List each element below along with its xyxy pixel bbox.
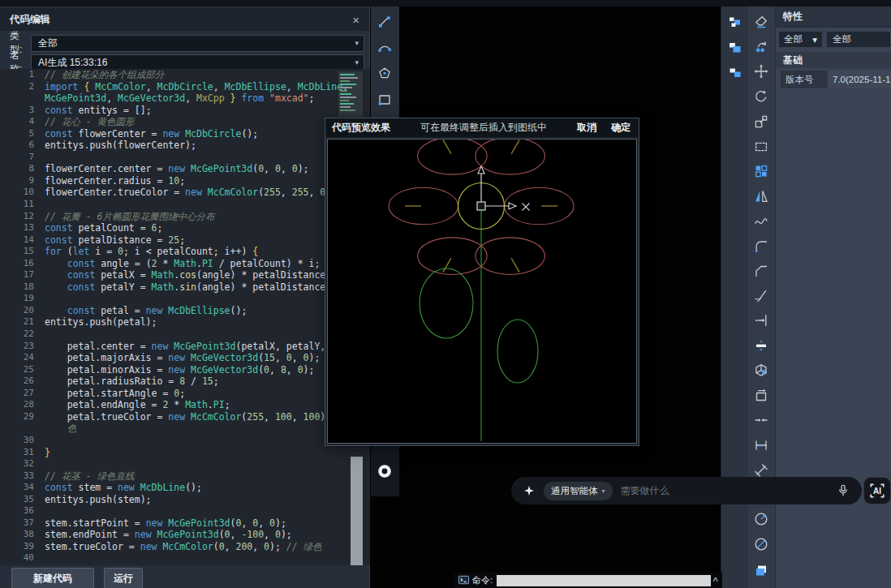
chevron-down-icon: ▾	[355, 58, 359, 67]
cancel-button[interactable]: 取消	[577, 121, 596, 135]
properties-filter-dropdown[interactable]: 全部 ▾	[778, 31, 823, 48]
code-line: 8flowerCenter.center = new McGePoint3d(0…	[0, 163, 370, 175]
stretch-icon[interactable]	[753, 135, 769, 159]
scale-icon[interactable]	[753, 109, 769, 134]
ai-badge-button[interactable]: AI	[863, 477, 891, 504]
line-number: 19	[0, 293, 45, 305]
code-line: 22	[0, 328, 370, 341]
line-number: 40	[0, 552, 45, 564]
properties-filter-field[interactable]: 全部	[826, 31, 891, 48]
eraser-icon[interactable]	[753, 10, 769, 34]
line-number: 27	[0, 388, 45, 400]
line-number: 6	[0, 139, 45, 152]
draw-toolbar	[371, 6, 399, 118]
code-line: 2import { McCmColor, McDbCircle, McDbEll…	[0, 81, 370, 93]
microphone-icon[interactable]	[836, 483, 850, 498]
offset-icon[interactable]	[753, 333, 769, 358]
code-line: 25 petal.minorAxis = new McGeVector3d(0,…	[0, 364, 370, 376]
code-line: 12// 花瓣 - 6片椭圆形花瓣围绕中心分布	[0, 211, 370, 223]
command-label: 命令:	[472, 574, 493, 586]
copy-icon[interactable]	[753, 35, 769, 59]
diameter-dimension-icon[interactable]	[753, 532, 769, 556]
polygon-icon[interactable]	[377, 62, 393, 86]
code-line: 5const flowerCenter = new McDbCircle();	[0, 128, 370, 140]
radius-dimension-icon[interactable]	[753, 507, 769, 531]
chamfer-icon[interactable]	[753, 259, 769, 283]
properties-header: 特性	[776, 6, 891, 28]
preview-canvas[interactable]	[327, 139, 637, 444]
line-number: 13	[0, 222, 45, 234]
fillet-icon[interactable]	[753, 234, 769, 258]
paste-blocks-icon[interactable]	[727, 36, 743, 60]
line-number: 5	[0, 128, 45, 140]
code-line: 20 const petal = new McDbEllipse();	[0, 305, 370, 317]
ok-button[interactable]: 确定	[611, 121, 631, 135]
extend-icon[interactable]	[753, 308, 769, 333]
lengthen-icon[interactable]	[753, 433, 769, 457]
dialog-titlebar[interactable]: 代码预览效果 可在最终调整后插入到图纸中 取消 确定	[325, 118, 639, 137]
close-icon[interactable]: ×	[352, 13, 359, 27]
arc-icon[interactable]	[377, 36, 393, 60]
ai-input-placeholder[interactable]: 需要做什么	[621, 484, 669, 498]
line-number: 3	[0, 105, 45, 117]
code-lines[interactable]: 1// 创建花朵的各个组成部分2import { McCmColor, McDb…	[0, 69, 370, 565]
rectangle-icon[interactable]	[377, 88, 393, 112]
code-line: 9flowerCenter.radius = 10;	[0, 175, 370, 187]
rotate-icon[interactable]	[753, 84, 769, 109]
line-number: 36	[0, 505, 45, 517]
ai-badge-icon: AI	[868, 482, 886, 500]
line-number: 17	[0, 269, 45, 281]
dialog-hint: 可在最终调整后插入到图纸中	[390, 121, 577, 135]
array-icon[interactable]	[753, 159, 769, 183]
code-line: 23 petal.center = new McGePoint3d(petalX…	[0, 341, 370, 353]
properties-section-basic[interactable]: 基础	[776, 52, 891, 68]
agent-selector-chip[interactable]: 通用智能体 ▾	[544, 482, 613, 500]
ai-assistant-bar: 通用智能体 ▾ 需要做什么	[511, 477, 862, 504]
move-icon[interactable]	[753, 59, 769, 84]
flower-drawing	[328, 139, 636, 443]
chevron-up-icon[interactable]: ^	[713, 576, 718, 586]
code-minimap[interactable]	[338, 71, 363, 117]
new-code-button[interactable]: 新建代码	[11, 568, 94, 588]
line-number: 2	[0, 81, 45, 93]
line-number: 18	[0, 281, 45, 294]
scrollbar-thumb[interactable]	[351, 457, 363, 565]
line-number: 11	[0, 199, 45, 211]
run-button[interactable]: 运行	[104, 568, 143, 588]
properties-title: 特性	[776, 10, 803, 24]
line-icon[interactable]	[377, 10, 393, 34]
application-window: 代码编辑 × 类型: 全部 ▾ 名称: AI生成 15:33:16 ▾ 1// …	[0, 0, 891, 588]
section-label: 基础	[776, 54, 803, 67]
layers-icon[interactable]	[753, 559, 769, 583]
code-line: 40	[0, 552, 370, 564]
line-number: 26	[0, 376, 45, 388]
spline-icon[interactable]	[753, 209, 769, 234]
copy-blocks-icon[interactable]	[727, 11, 743, 35]
line-number: 9	[0, 175, 45, 187]
filter-field-value: 全部	[827, 33, 851, 45]
line-number: 29	[0, 411, 45, 423]
line-number: 23	[0, 341, 45, 353]
code-line: 21entitys.push(petal);	[0, 316, 370, 328]
explode-icon[interactable]	[753, 358, 769, 383]
line-number: 12	[0, 211, 45, 223]
trim-icon[interactable]	[753, 284, 769, 308]
type-dropdown[interactable]: 全部 ▾	[31, 35, 364, 52]
insert-block-icon[interactable]	[727, 61, 743, 85]
agent-name: 通用智能体	[551, 485, 598, 497]
code-line: 1// 创建花朵的各个组成部分	[0, 69, 370, 81]
property-value-cell[interactable]: 7.0(2025-11-18 20:48	[828, 71, 891, 88]
command-input[interactable]	[497, 575, 711, 586]
code-line: 19	[0, 293, 370, 305]
line-number: 20	[0, 305, 45, 317]
donut-icon[interactable]	[377, 459, 393, 483]
code-line: 37stem.startPoint = new McGePoint3d(0, 0…	[0, 517, 370, 530]
join-icon[interactable]	[753, 408, 769, 432]
property-label: 版本号	[781, 74, 814, 86]
line-number: 14	[0, 234, 45, 247]
code-line: 39stem.trueColor = new McCmColor(0, 200,…	[0, 541, 370, 553]
region-icon[interactable]	[753, 384, 769, 408]
code-line: McGePoint3d, McGeVector3d, MxCpp } from …	[0, 92, 370, 105]
mirror-icon[interactable]	[753, 184, 769, 208]
line-number: 4	[0, 116, 45, 128]
